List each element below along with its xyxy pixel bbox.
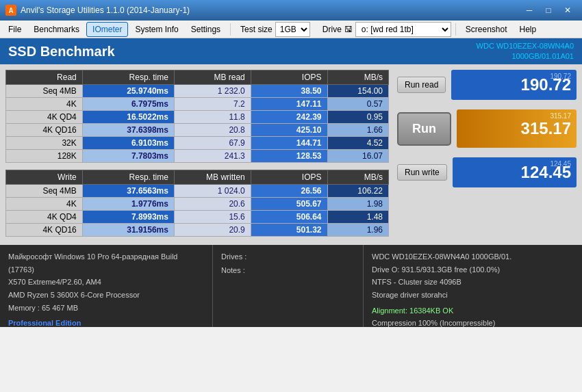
read-table-row: 4K 6.7975ms 7.2 147.11 0.57 <box>6 98 389 111</box>
write-mb: 20.9 <box>174 224 251 237</box>
footer-left: Майкрософт Windows 10 Pro 64-разрядная B… <box>0 245 212 327</box>
drive-icon: 🖫 <box>344 25 353 34</box>
read-score-small: 190.72 <box>550 73 571 80</box>
drive-select[interactable]: o: [wd red 1tb] <box>355 22 451 37</box>
footer-right: WDC WD10EZEX-08WN4A0 1000GB/01. Drive O:… <box>363 245 582 327</box>
right-panel: Run read 190.72 190.72 Run 315.17 315.17… <box>397 64 582 245</box>
drive-info-line2: 1000GB/01.01A01 <box>477 51 574 62</box>
menu-file[interactable]: File <box>3 23 27 36</box>
footer: Майкрософт Windows 10 Pro 64-разрядная B… <box>0 245 582 327</box>
read-iops: 147.11 <box>251 98 327 111</box>
write-mb: 15.6 <box>174 211 251 224</box>
minimize-button[interactable]: ─ <box>520 3 538 17</box>
write-table-row: 4K QD4 7.8993ms 15.6 506.64 1.48 <box>6 211 389 224</box>
total-score-display: 315.17 315.17 <box>457 109 577 148</box>
write-header: Write <box>6 170 83 185</box>
write-mbps: 1.48 <box>327 211 388 224</box>
write-iops: 26.56 <box>251 185 327 198</box>
menu-bar: File Benchmarks IOmeter System Info Sett… <box>0 21 582 38</box>
test-size-select[interactable]: 1GB <box>275 22 310 37</box>
app-icon: A <box>5 5 16 16</box>
write-row-label: 4K <box>6 198 83 211</box>
window-title: Anvil's Storage Utilities 1.1.0 (2014-Ja… <box>21 5 190 15</box>
write-resp-time: 7.8993ms <box>82 211 174 224</box>
write-row-label: 4K QD16 <box>6 224 83 237</box>
total-score-small: 315.17 <box>550 112 571 120</box>
read-resp-time: 6.9103ms <box>82 137 174 150</box>
run-total-row: Run 315.17 315.17 <box>397 109 577 148</box>
read-row-label: 4K <box>6 98 83 111</box>
read-resp-time: 25.9740ms <box>82 85 174 98</box>
menu-screenshot[interactable]: Screenshot <box>460 23 513 36</box>
read-mbps: 0.95 <box>327 111 388 124</box>
write-table-row: 4K 1.9776ms 20.6 505.67 1.98 <box>6 198 389 211</box>
menu-help[interactable]: Help <box>514 23 542 36</box>
menu-settings[interactable]: Settings <box>186 23 226 36</box>
read-resp-time: 6.7975ms <box>82 98 174 111</box>
iops-header-write: IOPS <box>251 170 327 185</box>
footer-os: Майкрософт Windows 10 Pro 64-разрядная B… <box>8 250 204 276</box>
read-score-display: 190.72 190.72 <box>451 70 577 100</box>
resp-time-header-read: Resp. time <box>82 70 174 85</box>
test-size-label: Test size <box>240 25 273 34</box>
read-iops: 144.71 <box>251 137 327 150</box>
read-header: Read <box>6 70 83 85</box>
resp-time-header-write: Resp. time <box>82 170 174 185</box>
read-mb: 241.3 <box>174 150 251 163</box>
run-button[interactable]: Run <box>397 112 451 146</box>
mbps-header-read: MB/s <box>327 70 388 85</box>
write-table-row: 4K QD16 31.9156ms 20.9 501.32 1.96 <box>6 224 389 237</box>
read-mb: 67.9 <box>174 137 251 150</box>
menu-separator-1 <box>230 23 231 36</box>
footer-cpu2: AMD Ryzen 5 3600X 6-Core Processor <box>8 289 204 302</box>
maximize-button[interactable]: □ <box>540 3 557 17</box>
read-iops: 128.53 <box>251 150 327 163</box>
write-resp-time: 31.9156ms <box>82 224 174 237</box>
drive-group: Drive 🖫 o: [wd red 1tb] <box>317 22 451 37</box>
footer-drive-model: WDC WD10EZEX-08WN4A0 1000GB/01. <box>372 250 574 263</box>
run-read-row: Run read 190.72 190.72 <box>397 70 577 100</box>
run-write-row: Run write 124.45 124.45 <box>397 157 577 187</box>
app-header: SSD Benchmark WDC WD10EZEX-08WN4A0 1000G… <box>0 38 582 64</box>
write-score-small: 124.45 <box>550 160 571 168</box>
write-score-display: 124.45 124.45 <box>453 157 577 187</box>
footer-cpu1: X570 Extreme4/P2.60, AM4 <box>8 276 204 289</box>
drive-info: WDC WD10EZEX-08WN4A0 1000GB/01.01A01 <box>477 41 574 62</box>
footer-drives-label: Drives : <box>221 250 355 264</box>
menu-benchmarks[interactable]: Benchmarks <box>28 23 85 36</box>
menu-separator-2 <box>455 23 456 36</box>
footer-compression: Compression 100% (Incompressible) <box>372 317 574 330</box>
read-table-row: 4K QD4 16.5022ms 11.8 242.39 0.95 <box>6 111 389 124</box>
write-section: Write Resp. time MB written IOPS MB/s Se… <box>5 170 392 237</box>
footer-memory: Memory : 65 467 MB <box>8 302 204 315</box>
read-mb: 20.8 <box>174 124 251 137</box>
close-button[interactable]: ✕ <box>559 3 577 17</box>
write-resp-time: 1.9776ms <box>82 198 174 211</box>
run-write-button[interactable]: Run write <box>397 164 447 181</box>
read-row-label: 4K QD4 <box>6 111 83 124</box>
read-iops: 38.50 <box>251 85 327 98</box>
total-score-large: 315.17 <box>521 119 571 138</box>
write-mb: 1 024.0 <box>174 185 251 198</box>
read-section: Read Resp. time MB read IOPS MB/s Seq 4M… <box>5 70 392 163</box>
read-resp-time: 16.5022ms <box>82 111 174 124</box>
mb-read-header: MB read <box>174 70 251 85</box>
read-row-label: 4K QD16 <box>6 124 83 137</box>
drive-info-line1: WDC WD10EZEX-08WN4A0 <box>477 41 574 51</box>
write-row-label: 4K QD4 <box>6 211 83 224</box>
write-row-label: Seq 4MB <box>6 185 83 198</box>
read-table: Read Resp. time MB read IOPS MB/s Seq 4M… <box>5 70 389 163</box>
menu-system-info[interactable]: System Info <box>129 23 184 36</box>
write-mbps: 106.22 <box>327 185 388 198</box>
run-read-button[interactable]: Run read <box>397 77 446 93</box>
write-mbps: 1.96 <box>327 224 388 237</box>
read-mbps: 1.66 <box>327 124 388 137</box>
read-iops: 425.10 <box>251 124 327 137</box>
write-table-row: Seq 4MB 37.6563ms 1 024.0 26.56 106.22 <box>6 185 389 198</box>
footer-drive-detail1: Drive O: 931.5/931.3GB free (100.0%) <box>372 263 574 276</box>
read-iops: 242.39 <box>251 111 327 124</box>
read-table-row: 32K 6.9103ms 67.9 144.71 4.52 <box>6 137 389 150</box>
menu-iometer[interactable]: IOmeter <box>86 22 128 37</box>
footer-alignment: Alignment: 16384KB OK <box>372 304 574 317</box>
footer-drive-detail2: NTFS - Cluster size 4096B <box>372 276 574 289</box>
